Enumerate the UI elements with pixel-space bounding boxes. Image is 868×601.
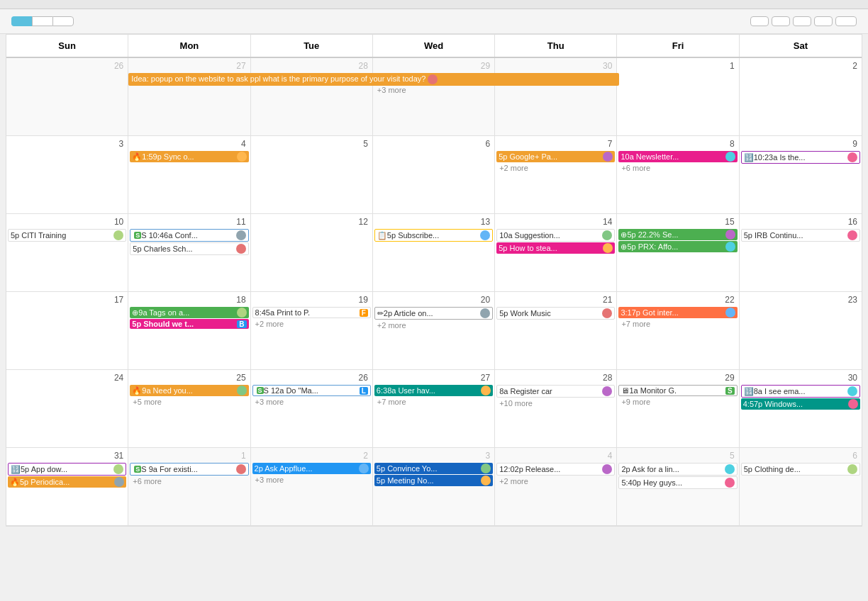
cal-cell-4-4[interactable]: 288a Register car+10 more [495, 370, 617, 448]
event[interactable]: 5p How to stea... [496, 242, 615, 254]
cal-cell-2-3[interactable]: 13📋5p Subscribe... [373, 214, 495, 292]
cal-cell-2-6[interactable]: 165p IRB Continu... [740, 214, 862, 292]
event[interactable]: +3 more [374, 85, 493, 95]
event[interactable]: 5p IRB Continu... [741, 229, 860, 242]
event[interactable]: +6 more [618, 163, 737, 173]
cal-cell-5-3[interactable]: 35p Convince Yo...5p Meeting No... [373, 448, 495, 526]
event[interactable]: 5p Work Music [496, 307, 615, 320]
cal-cell-2-2[interactable]: 12 [251, 214, 373, 292]
cal-cell-5-1[interactable]: 1SS 9a For existi...+6 more [128, 448, 250, 526]
prev-button[interactable] [793, 16, 811, 26]
event[interactable]: +2 more [374, 320, 493, 330]
event[interactable]: 🔢8a I see ema... [741, 385, 860, 398]
cal-cell-0-1[interactable]: 27Idea: popup on the website to ask ppl … [128, 58, 250, 136]
event[interactable]: 🔢5p App dow... [8, 463, 126, 476]
event[interactable]: +7 more [374, 397, 493, 407]
event[interactable]: 12:02p Release... [496, 463, 615, 476]
cal-cell-4-5[interactable]: 29🖥1a Monitor G.S+9 more [617, 370, 739, 448]
event[interactable]: +2 more [252, 319, 371, 329]
cal-cell-1-0[interactable]: 3 [6, 136, 128, 214]
event[interactable]: +3 more [252, 397, 371, 407]
cal-cell-5-4[interactable]: 412:02p Release...+2 more [495, 448, 617, 526]
cal-cell-5-2[interactable]: 22p Ask Appflue...+3 more [251, 448, 373, 526]
event[interactable]: +3 more [252, 475, 371, 485]
print-button[interactable] [772, 16, 790, 26]
event[interactable]: ⊕5p PRX: Affo... [618, 241, 737, 252]
event[interactable]: 5p Charles Sch... [130, 242, 248, 255]
event[interactable]: +7 more [618, 319, 737, 329]
cal-cell-1-6[interactable]: 9🔢10:23a Is the... [740, 136, 862, 214]
week-view-button[interactable] [32, 16, 52, 26]
event[interactable]: +6 more [130, 476, 248, 486]
cal-cell-5-5[interactable]: 52p Ask for a lin...5:40p Hey guys... [617, 448, 739, 526]
cal-cell-4-0[interactable]: 24 [6, 370, 128, 448]
cal-cell-5-0[interactable]: 31🔢5p App dow...🔥5p Periodica... [6, 448, 128, 526]
cal-cell-0-3[interactable]: 29🔥8a Lets send...F+3 more [373, 58, 495, 136]
event[interactable]: 5p CITI Training [8, 229, 126, 242]
cal-cell-0-6[interactable]: 2 [740, 58, 862, 136]
cal-cell-3-1[interactable]: 18⊕9a Tags on a...5p Should we t...B [128, 292, 250, 370]
event[interactable]: 🔢10:23a Is the... [741, 151, 860, 164]
cal-cell-3-3[interactable]: 20✏2p Article on...+2 more [373, 292, 495, 370]
cal-cell-3-5[interactable]: 223:17p Got inter...+7 more [617, 292, 739, 370]
cal-cell-0-2[interactable]: 28 [251, 58, 373, 136]
event[interactable]: 5:40p Hey guys... [618, 476, 737, 489]
cal-cell-0-5[interactable]: 1 [617, 58, 739, 136]
event[interactable]: 6:38a User hav... [374, 385, 493, 396]
event[interactable]: 🔥1:59p Sync o... [130, 151, 248, 162]
event[interactable]: 2p Ask Appflue... [252, 463, 371, 474]
cal-cell-1-2[interactable]: 5 [251, 136, 373, 214]
event[interactable]: 10a Newsletter... [618, 151, 737, 162]
cal-cell-0-4[interactable]: 30 [495, 58, 617, 136]
event[interactable]: 5p Should we t...B [130, 319, 248, 329]
cal-cell-4-6[interactable]: 30🔢8a I see ema...4:57p Windows... [740, 370, 862, 448]
event[interactable]: 🔥9a Need you... [130, 385, 248, 396]
event[interactable]: 📋5p Subscribe... [374, 229, 493, 242]
event[interactable]: +2 more [496, 163, 615, 173]
projects-button[interactable] [835, 16, 857, 26]
cal-cell-2-5[interactable]: 15⊕5p 22.2% Se...⊕5p PRX: Affo... [617, 214, 739, 292]
event[interactable]: 8:45a Print to P.F [252, 307, 371, 318]
cal-cell-2-1[interactable]: 11SS 10:46a Conf...5p Charles Sch... [128, 214, 250, 292]
event[interactable]: 🖥1a Monitor G.S [618, 385, 737, 396]
cal-cell-3-6[interactable]: 23 [740, 292, 862, 370]
cal-cell-1-4[interactable]: 75p Google+ Pa...+2 more [495, 136, 617, 214]
event[interactable]: 3:17p Got inter... [618, 307, 737, 318]
cal-cell-4-3[interactable]: 276:38a User hav...+7 more [373, 370, 495, 448]
event[interactable]: 2p Ask for a lin... [618, 463, 737, 476]
cal-cell-2-4[interactable]: 1410a Suggestion...5p How to stea... [495, 214, 617, 292]
day-view-button[interactable] [52, 16, 74, 26]
event[interactable]: +10 more [496, 398, 615, 408]
cal-cell-1-1[interactable]: 4🔥1:59p Sync o... [128, 136, 250, 214]
event[interactable]: +9 more [618, 397, 737, 407]
cal-cell-3-4[interactable]: 215p Work Music [495, 292, 617, 370]
cal-cell-5-6[interactable]: 65p Clothing de... [740, 448, 862, 526]
event[interactable]: 8a Register car [496, 385, 615, 398]
cal-cell-1-3[interactable]: 6 [373, 136, 495, 214]
event[interactable]: 🔥5p Periodica... [8, 476, 126, 488]
next-button[interactable] [814, 16, 833, 26]
cal-cell-4-2[interactable]: 26SS 12a Do "Ma...L+3 more [251, 370, 373, 448]
span-event[interactable]: Idea: popup on the website to ask ppl wh… [128, 73, 618, 86]
event[interactable]: 5p Meeting No... [374, 475, 493, 486]
cal-cell-3-0[interactable]: 17 [6, 292, 128, 370]
cal-cell-3-2[interactable]: 198:45a Print to P.F+2 more [251, 292, 373, 370]
event[interactable]: 5p Convince Yo... [374, 463, 493, 474]
event[interactable]: 5p Clothing de... [741, 463, 860, 476]
cal-cell-1-5[interactable]: 810a Newsletter...+6 more [617, 136, 739, 214]
event[interactable]: ⊕5p 22.2% Se... [618, 229, 737, 240]
event[interactable]: +2 more [496, 476, 615, 486]
event[interactable]: SS 12a Do "Ma...L [252, 385, 371, 396]
event[interactable]: ⊕9a Tags on a... [130, 307, 248, 318]
cal-cell-2-0[interactable]: 105p CITI Training [6, 214, 128, 292]
today-button[interactable] [750, 16, 769, 26]
cal-cell-0-0[interactable]: 26 [6, 58, 128, 136]
event[interactable]: SS 9a For existi... [130, 463, 248, 476]
event[interactable]: +5 more [130, 397, 248, 407]
event[interactable]: ✏2p Article on... [374, 307, 493, 320]
event[interactable]: 5p Google+ Pa... [496, 151, 615, 162]
cal-cell-4-1[interactable]: 25🔥9a Need you...+5 more [128, 370, 250, 448]
event[interactable]: SS 10:46a Conf... [130, 229, 248, 242]
month-view-button[interactable] [11, 16, 32, 26]
event[interactable]: 10a Suggestion... [496, 229, 615, 242]
